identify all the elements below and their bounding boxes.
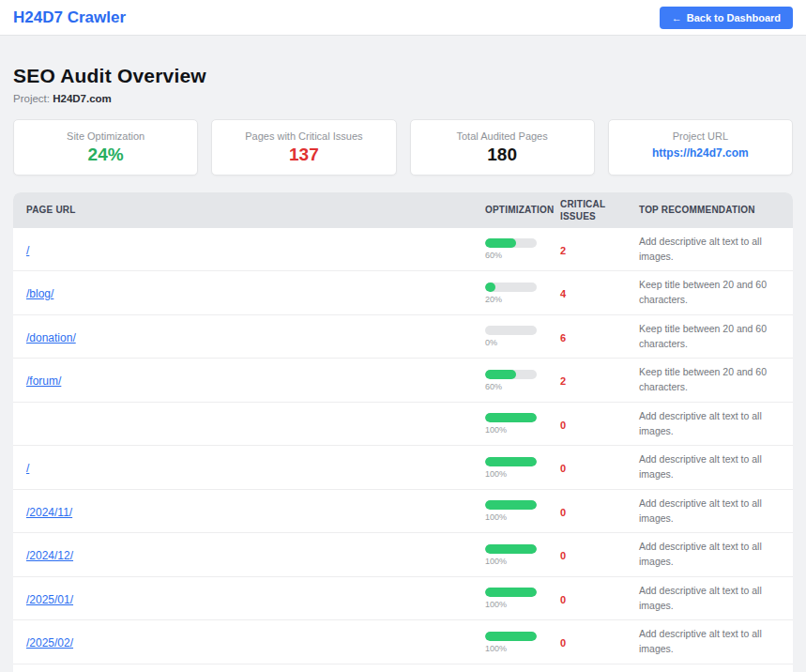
table-row: /donation/ 0% 6 Keep title between 20 an…: [13, 314, 793, 359]
stat-value: 180: [418, 145, 586, 165]
optimization-bar-fill: [485, 500, 537, 510]
optimization-percent-label: 20%: [485, 295, 534, 304]
stat-card-project-url: Project URL https://h24d7.com: [608, 119, 793, 176]
table-row: /2025/01/ 100% 0 Add descriptive alt tex…: [13, 576, 793, 620]
page-url-link[interactable]: /2024/12/: [26, 549, 73, 562]
stat-label: Project URL: [616, 130, 784, 142]
table-row: / 100% 0 Add descriptive alt text to all…: [13, 446, 793, 490]
optimization-bar: [485, 326, 537, 335]
recommendation-text: Add descriptive alt text to all images.: [639, 496, 780, 527]
critical-issues-count: 2: [560, 375, 566, 387]
page-url-link[interactable]: /blog/: [26, 287, 53, 300]
optimization-bar: [485, 544, 537, 554]
table-row: /2024/11/ 100% 0 Add descriptive alt tex…: [13, 489, 793, 533]
stat-label: Pages with Critical Issues: [220, 130, 388, 142]
table-row: / 60% 2 Add descriptive alt text to all …: [13, 228, 793, 271]
back-to-dashboard-button[interactable]: ← Back to Dashboard: [660, 7, 793, 29]
back-arrow-icon: ←: [672, 12, 682, 23]
optimization-bar-fill: [485, 413, 537, 422]
page-url-link[interactable]: /: [26, 244, 29, 257]
page-url-link[interactable]: /2025/02/: [26, 636, 73, 649]
optimization-bar-fill: [485, 632, 537, 641]
stat-label: Site Optimization: [22, 130, 190, 142]
stat-value: 24%: [22, 145, 190, 165]
optimization-bar: [485, 283, 537, 292]
project-url-link[interactable]: https://h24d7.com: [652, 146, 749, 160]
optimization-bar: [485, 238, 537, 248]
optimization-bar: [485, 457, 537, 466]
page-url-link[interactable]: /donation/: [26, 331, 76, 344]
page-url-link[interactable]: /2024/11/: [26, 506, 72, 519]
column-header-page-url: PAGE URL: [13, 192, 472, 228]
column-header-top-recommendation: TOP RECOMMENDATION: [626, 192, 793, 228]
optimization-bar-fill: [485, 588, 537, 597]
optimization-bar-fill: [485, 370, 516, 379]
optimization-bar-fill: [485, 457, 537, 466]
stat-label: Total Audited Pages: [418, 130, 586, 142]
stat-card-site-optimization: Site Optimization 24%: [13, 119, 198, 176]
critical-issues-count: 0: [560, 463, 566, 474]
recommendation-text: Add descriptive alt text to all images.: [639, 540, 780, 570]
critical-issues-count: 4: [560, 288, 566, 299]
optimization-percent-label: 100%: [485, 600, 534, 609]
optimization-bar-fill: [485, 283, 495, 292]
stat-card-critical-issues: Pages with Critical Issues 137: [211, 119, 396, 176]
stat-cards: Site Optimization 24% Pages with Critica…: [13, 119, 793, 176]
recommendation-text: Add descriptive alt text to all images.: [639, 235, 780, 265]
optimization-bar: [485, 370, 537, 379]
optimization-bar: [485, 500, 537, 510]
critical-issues-count: 0: [560, 594, 566, 605]
audit-table-container: PAGE URL OPTIMIZATION CRITICAL ISSUES TO…: [13, 192, 793, 672]
page-url-link[interactable]: /2025/01/: [26, 593, 73, 606]
critical-issues-count: 0: [560, 637, 566, 649]
table-row: /blog/ 20% 4 Keep title between 20 and 6…: [13, 271, 793, 315]
recommendation-text: Add descriptive alt text to all images.: [639, 452, 780, 482]
optimization-percent-label: 100%: [485, 425, 534, 435]
back-button-label: Back to Dashboard: [687, 12, 781, 23]
main-content: SEO Audit Overview Project: H24D7.com Si…: [0, 65, 806, 672]
page-url-link[interactable]: /: [26, 462, 29, 475]
table-row: /2024/12/ 100% 0 Add descriptive alt tex…: [13, 533, 793, 577]
recommendation-text: Keep title between 20 and 60 characters.: [639, 278, 780, 308]
table-row: /2025/03/ 100% 0 Add descriptive alt tex…: [13, 664, 793, 672]
page-title: SEO Audit Overview: [13, 65, 793, 87]
optimization-percent-label: 100%: [485, 512, 534, 522]
stat-value: 137: [220, 145, 388, 165]
page-url-link[interactable]: /forum/: [26, 374, 61, 388]
stat-card-total-pages: Total Audited Pages 180: [410, 119, 595, 176]
critical-issues-count: 0: [560, 420, 566, 431]
optimization-percent-label: 100%: [485, 644, 534, 653]
optimization-bar: [485, 588, 537, 597]
optimization-percent-label: 100%: [485, 557, 534, 566]
app-title: H24D7 Crawler: [13, 8, 126, 27]
critical-issues-count: 6: [560, 332, 566, 344]
recommendation-text: Keep title between 20 and 60 characters.: [639, 365, 780, 395]
critical-issues-count: 2: [560, 245, 566, 256]
recommendation-text: Add descriptive alt text to all images.: [639, 584, 780, 614]
optimization-percent-label: 60%: [485, 251, 534, 260]
top-bar: H24D7 Crawler ← Back to Dashboard: [0, 0, 806, 36]
table-row: /2025/02/ 100% 0 Add descriptive alt tex…: [13, 620, 793, 664]
project-subtitle: Project: H24D7.com: [13, 93, 793, 104]
table-header-row: PAGE URL OPTIMIZATION CRITICAL ISSUES TO…: [13, 192, 793, 228]
project-label: Project:: [13, 93, 50, 104]
column-header-optimization: OPTIMIZATION: [472, 192, 547, 228]
recommendation-text: Keep title between 20 and 60 characters.: [639, 322, 780, 352]
project-name: H24D7.com: [53, 93, 112, 104]
optimization-bar: [485, 632, 537, 641]
audit-table: PAGE URL OPTIMIZATION CRITICAL ISSUES TO…: [13, 192, 793, 672]
recommendation-text: Add descriptive alt text to all images.: [639, 627, 780, 657]
critical-issues-count: 0: [560, 550, 566, 561]
recommendation-text: Add descriptive alt text to all images.: [639, 409, 780, 439]
optimization-bar-fill: [485, 238, 516, 248]
optimization-bar-fill: [485, 544, 537, 554]
table-row: /forum/ 60% 2 Keep title between 20 and …: [13, 359, 793, 403]
critical-issues-count: 0: [560, 507, 566, 518]
optimization-percent-label: 60%: [485, 382, 534, 391]
optimization-percent-label: 100%: [485, 469, 534, 479]
optimization-percent-label: 0%: [485, 338, 534, 347]
column-header-critical-issues: CRITICAL ISSUES: [547, 192, 626, 228]
optimization-bar: [485, 413, 537, 422]
table-row: 100% 0 Add descriptive alt text to all i…: [13, 402, 793, 446]
